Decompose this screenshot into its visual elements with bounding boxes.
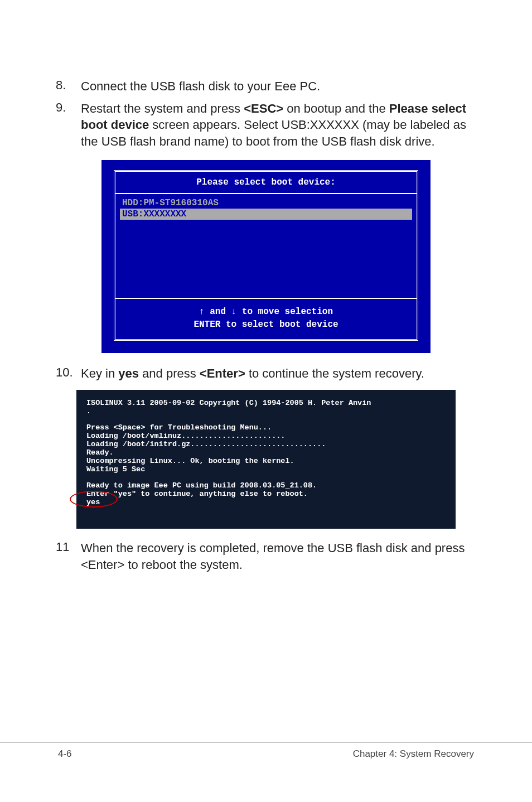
step-10-bold-a: yes: [118, 366, 139, 380]
step-10-number: 10.: [56, 365, 81, 380]
step-10-text: Key in yes and press <Enter> to continue…: [81, 365, 424, 382]
step-9-part-b: on bootup and the: [283, 102, 389, 115]
step-8-number: 8.: [56, 78, 81, 93]
bios-title: Please select boot device:: [115, 172, 417, 194]
step-9: 9. Restart the system and press <ESC> on…: [56, 100, 476, 150]
step-10-part-c: to continue the system recovery.: [245, 366, 424, 380]
step-9-part-a: Restart the system and press: [81, 102, 244, 115]
bios-instruction-line2: ENTER to select boot device: [115, 318, 417, 331]
terminal-line-9: Ready to image Eee PC using build 2008.0…: [79, 481, 453, 490]
step-10-part-b: and press: [139, 366, 200, 380]
step-10: 10. Key in yes and press <Enter> to cont…: [56, 365, 476, 382]
terminal-line-4: Loading /boot/vmlinuz...................…: [79, 432, 453, 440]
step-11: 11 When the recovery is completed, remov…: [56, 540, 476, 573]
page-number: 4-6: [56, 748, 72, 760]
step-8-text: Connect the USB flash disk to your Eee P…: [81, 78, 320, 95]
terminal-line-6: Ready.: [79, 448, 453, 457]
page-footer: 4-6 Chapter 4: System Recovery: [0, 742, 532, 760]
step-10-part-a: Key in: [81, 366, 118, 380]
terminal-screenshot: ISOLINUX 3.11 2005-09-02 Copyright (C) 1…: [76, 390, 456, 529]
step-9-text: Restart the system and press <ESC> on bo…: [81, 100, 476, 150]
chapter-title: Chapter 4: System Recovery: [353, 748, 476, 760]
highlight-oval-annotation: [70, 491, 118, 508]
terminal-line-5: Loading /boot/initrd.gz.................…: [79, 440, 453, 448]
terminal-line-11: yes: [79, 498, 453, 506]
bios-item-usb-selected: USB:XXXXXXXX: [120, 209, 412, 220]
terminal-line-1: ISOLINUX 3.11 2005-09-02 Copyright (C) 1…: [79, 399, 453, 407]
terminal-line-3: Press <Space> for Troubleshooting Menu..…: [79, 423, 453, 432]
bios-dialog-box: Please select boot device: HDD:PM-ST9160…: [114, 170, 418, 341]
step-8: 8. Connect the USB flash disk to your Ee…: [56, 78, 476, 95]
bios-instructions: ↑ and ↓ to move selection ENTER to selec…: [115, 299, 417, 339]
bios-device-list: HDD:PM-ST9160310AS USB:XXXXXXXX: [115, 194, 417, 299]
step-9-bold-a: <ESC>: [244, 102, 283, 115]
terminal-line-8: Waiting 5 Sec: [79, 465, 453, 474]
terminal-line-10: Enter "yes" to continue, anything else t…: [79, 490, 453, 498]
bios-instruction-line1: ↑ and ↓ to move selection: [115, 306, 417, 318]
step-9-number: 9.: [56, 100, 81, 115]
bios-item-hdd: HDD:PM-ST9160310AS: [120, 197, 412, 209]
bios-boot-device-screenshot: Please select boot device: HDD:PM-ST9160…: [101, 160, 431, 353]
step-10-bold-b: <Enter>: [200, 366, 245, 380]
step-11-number: 11: [56, 540, 81, 554]
terminal-line-7: Uncompressing Linux... Ok, booting the k…: [79, 457, 453, 465]
terminal-line-2: .: [79, 407, 453, 416]
step-11-text: When the recovery is completed, remove t…: [81, 540, 476, 573]
